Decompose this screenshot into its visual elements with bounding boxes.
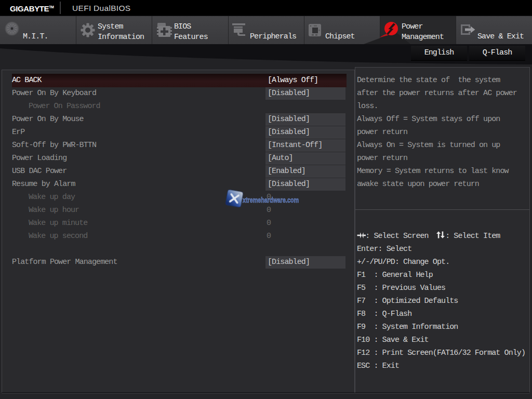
svg-text:xtremehardware.com: xtremehardware.com <box>243 196 299 204</box>
